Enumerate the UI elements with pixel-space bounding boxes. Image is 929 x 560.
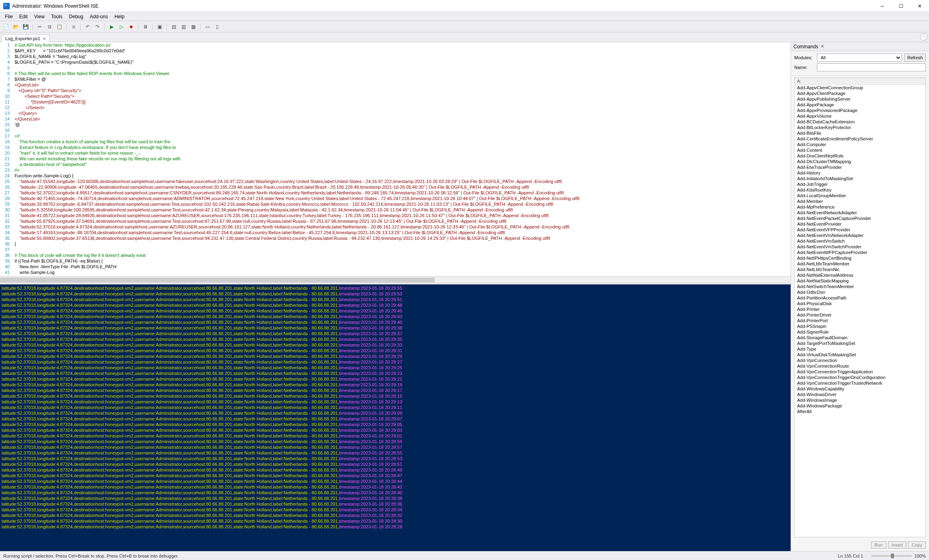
script-editor[interactable]: 1# Get API key from here: https://ipgeol… <box>0 42 791 276</box>
command-item[interactable]: Add-NetEventVmSwitchProvider <box>795 244 925 250</box>
open-icon[interactable]: 📂 <box>11 22 20 31</box>
command-item[interactable]: Add-SignerRule <box>795 329 925 335</box>
stop-icon[interactable]: ■ <box>127 22 136 31</box>
undo-icon[interactable]: ↶ <box>83 22 92 31</box>
command-item[interactable]: Add-OdbcDsn <box>795 289 925 295</box>
run-button[interactable]: Run <box>871 541 886 549</box>
menu-add-ons[interactable]: Add-ons <box>86 13 111 20</box>
layout3-icon[interactable]: ▦ <box>189 22 198 31</box>
command-item[interactable]: Add-StorageFaultDomain <box>795 335 925 340</box>
new-icon[interactable]: 📄 <box>2 22 11 31</box>
maximize-button[interactable]: ☐ <box>892 0 910 12</box>
command-item[interactable]: Add-NetEventWFPCaptureProvider <box>795 250 925 255</box>
show-command-addon-icon[interactable]: ▯ <box>213 22 222 31</box>
command-item[interactable]: Add-AppvClientConnectionGroup <box>795 85 925 90</box>
command-item[interactable]: Add-NetSwitchTeamMember <box>795 284 925 289</box>
command-item[interactable]: Add-AppxProvisionedPackage <box>795 108 925 113</box>
close-button[interactable]: ✕ <box>910 0 929 12</box>
command-item[interactable]: Add-VirtualDiskToMaskingSet <box>795 352 925 358</box>
command-item[interactable]: Add-LocalGroupMember <box>795 193 925 198</box>
command-item[interactable]: Add-JobTrigger <box>795 181 925 187</box>
show-command-icon[interactable]: ▭ <box>203 22 212 31</box>
name-input[interactable] <box>817 63 926 71</box>
command-item[interactable]: Add-KdsRootKey <box>795 187 925 193</box>
command-item[interactable]: Add-NetEventPacketCaptureProvider <box>795 215 925 221</box>
command-item[interactable]: Add-CertificateEnrollmentPolicyServer <box>795 136 925 142</box>
command-item[interactable]: AfterAll <box>795 409 925 414</box>
commands-list[interactable]: A: Add-AppvClientConnectionGroupAdd-Appv… <box>794 78 926 537</box>
command-item[interactable]: Add-NetEventNetworkAdapter <box>795 210 925 215</box>
command-item[interactable]: Add-VpnConnectionRoute <box>795 363 925 369</box>
minimize-button[interactable]: ─ <box>873 0 892 12</box>
command-item[interactable]: Add-NetNatStaticMapping <box>795 278 925 284</box>
command-item[interactable]: Add-WindowsCapability <box>795 386 925 392</box>
refresh-button[interactable]: Refresh <box>904 54 926 62</box>
command-item[interactable]: Add-Member <box>795 198 925 204</box>
redo-icon[interactable]: ↷ <box>93 22 102 31</box>
zoom-slider[interactable] <box>871 555 912 557</box>
tab-close-icon[interactable]: ✕ <box>43 37 46 41</box>
layout2-icon[interactable]: ▥ <box>179 22 188 31</box>
copy-icon[interactable]: ⧉ <box>45 22 54 31</box>
modules-select[interactable]: All <box>817 54 902 62</box>
command-item[interactable]: Add-WindowsImage <box>795 397 925 403</box>
command-item[interactable]: Add-Computer <box>795 142 925 147</box>
cut-icon[interactable]: ✂ <box>35 22 44 31</box>
insert-button[interactable]: Insert <box>888 541 907 549</box>
menu-edit[interactable]: Edit <box>16 13 31 20</box>
new-remote-icon[interactable]: 🖥 <box>141 22 150 31</box>
command-item[interactable]: Add-BCDataCacheExtension <box>795 119 925 125</box>
command-item[interactable]: Add-NetEventVmSwitch <box>795 238 925 244</box>
command-item[interactable]: Add-InitiatorIdToMaskingSet <box>795 176 925 181</box>
command-item[interactable]: Add-Content <box>795 147 925 153</box>
command-item[interactable]: Add-BitsFile <box>795 130 925 136</box>
console-pane[interactable]: latitude:52.37018,longitude:4.87324,dest… <box>0 284 791 551</box>
command-item[interactable]: Add-AppxVolume <box>795 113 925 119</box>
tab-script[interactable]: Log_Exporter.ps1 ✕ <box>2 34 50 42</box>
editor-hscrollbar[interactable] <box>0 276 791 283</box>
command-item[interactable]: Add-BitLockerKeyProtector <box>795 125 925 130</box>
command-item[interactable]: Add-VpnConnectionTriggerDnsConfiguration <box>795 375 925 380</box>
command-item[interactable]: Add-NetEventVmNetworkAdapter <box>795 233 925 238</box>
command-item[interactable]: Add-NetLbfoTeamNic <box>795 267 925 272</box>
clear-icon[interactable]: ⎚ <box>69 22 78 31</box>
command-item[interactable]: Add-VpnConnectionTriggerApplication <box>795 369 925 375</box>
command-item[interactable]: Add-NetEventProvider <box>795 221 925 227</box>
run-icon[interactable]: ▶ <box>107 22 116 31</box>
command-item[interactable]: Add-MpPreference <box>795 204 925 210</box>
command-item[interactable]: Add-AppvClientPackage <box>795 90 925 96</box>
command-item[interactable]: Add-PartitionAccessPath <box>795 295 925 301</box>
command-item[interactable]: Add-DtcClusterTMMapping <box>795 159 925 164</box>
command-item[interactable]: Add-WindowsPackage <box>795 403 925 409</box>
command-item[interactable]: Add-NetLbfoTeamMember <box>795 261 925 267</box>
commands-close-icon[interactable]: ✕ <box>821 44 824 49</box>
command-item[interactable]: Add-DnsClientNrptRule <box>795 153 925 159</box>
layout1-icon[interactable]: ▤ <box>169 22 178 31</box>
menu-debug[interactable]: Debug <box>66 13 86 20</box>
command-item[interactable]: Add-Printer <box>795 306 925 312</box>
menu-tools[interactable]: Tools <box>48 13 66 20</box>
paste-icon[interactable]: 📋 <box>55 22 64 31</box>
command-item[interactable]: Add-NetNatExternalAddress <box>795 272 925 278</box>
save-icon[interactable]: 💾 <box>21 22 30 31</box>
command-item[interactable]: Add-Type <box>795 346 925 352</box>
run-selection-icon[interactable]: ▷ <box>117 22 126 31</box>
copy-button[interactable]: Copy <box>908 541 926 549</box>
command-item[interactable]: Add-TargetPortToMaskingSet <box>795 340 925 346</box>
command-item[interactable]: Add-PSSnapin <box>795 323 925 329</box>
menu-view[interactable]: View <box>31 13 48 20</box>
command-item[interactable]: Add-AppxPackage <box>795 102 925 108</box>
command-item[interactable]: Add-WindowsDriver <box>795 392 925 397</box>
command-item[interactable]: Add-EtwTraceProvider <box>795 164 925 170</box>
command-item[interactable]: Add-PhysicalDisk <box>795 301 925 306</box>
command-item[interactable]: Add-VpnConnectionTriggerTrustedNetwork <box>795 380 925 386</box>
powershell-icon[interactable]: ▣ <box>155 22 164 31</box>
command-item[interactable]: Add-NetEventVFPProvider <box>795 227 925 233</box>
command-item[interactable]: Add-PrinterPort <box>795 318 925 323</box>
menu-file[interactable]: File <box>2 13 16 20</box>
command-item[interactable]: Add-VpnConnection <box>795 358 925 363</box>
command-item[interactable]: Add-NetIPHttpsCertBinding <box>795 255 925 261</box>
command-item[interactable]: Add-PrinterDriver <box>795 312 925 318</box>
collapse-script-icon[interactable]: ⌃ <box>920 33 927 41</box>
command-item[interactable]: Add-AppvPublishingServer <box>795 96 925 102</box>
